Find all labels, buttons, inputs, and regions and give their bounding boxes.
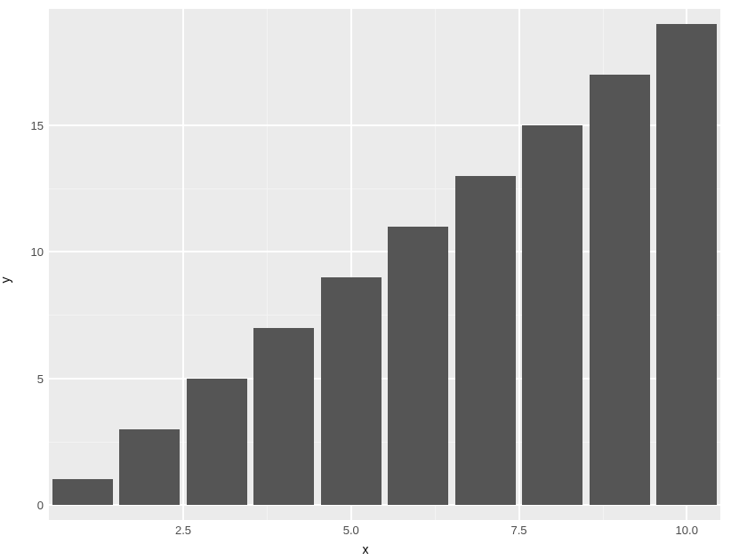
- bar: [52, 479, 113, 504]
- bar-chart: y x 0510152.55.07.510.0: [0, 0, 731, 560]
- x-tick-label: 2.5: [175, 520, 191, 537]
- y-tick-label: 10: [31, 245, 49, 259]
- grid-major-v: [518, 9, 520, 520]
- y-axis-label: y: [0, 277, 12, 284]
- grid-major-v: [182, 9, 184, 520]
- bar: [455, 176, 516, 505]
- y-tick-label: 0: [37, 498, 49, 511]
- bar: [388, 227, 448, 505]
- x-tick-label: 5.0: [343, 520, 359, 537]
- bar: [253, 328, 314, 505]
- x-tick-label: 10.0: [676, 520, 698, 537]
- bar: [119, 429, 180, 505]
- bar: [656, 24, 717, 505]
- y-tick-label: 5: [37, 372, 49, 385]
- x-tick-label: 7.5: [510, 520, 526, 537]
- x-axis-label: x: [363, 542, 369, 556]
- plot-panel: 0510152.55.07.510.0: [49, 9, 720, 520]
- bar: [590, 75, 650, 505]
- bar: [321, 277, 382, 505]
- y-tick-label: 15: [31, 118, 49, 132]
- bar: [522, 125, 582, 505]
- bar: [187, 379, 247, 505]
